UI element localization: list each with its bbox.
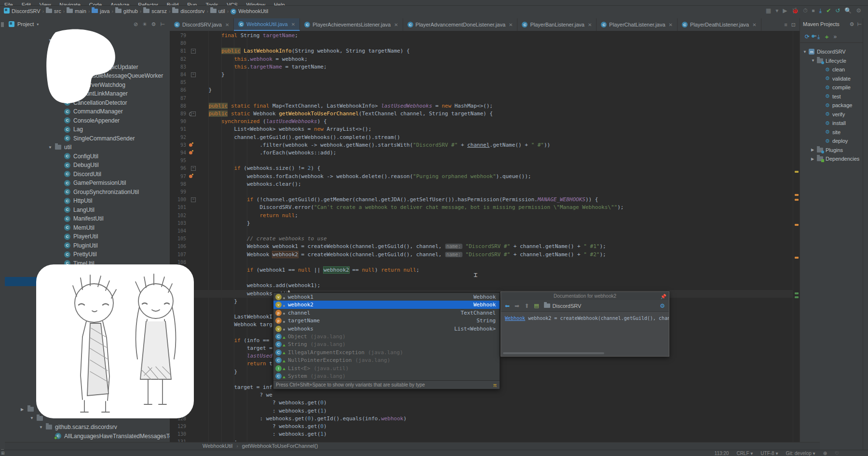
project-tree-item-PluginUtil[interactable]: CPluginUtil	[57, 241, 98, 250]
editor-code-line-89[interactable]: 89 public static Webhook getWebhookToUse…	[170, 110, 793, 118]
menu-refactor[interactable]: Refactor	[134, 1, 163, 6]
maven-tree-item-Dependencies[interactable]: ▶Dependencies	[811, 154, 859, 163]
tab-PlayerBanListener.java[interactable]: CPlayerBanListener.java✕	[517, 18, 597, 31]
completion-item-List[interactable]: IList<E> (java.util)	[273, 364, 500, 373]
back-icon[interactable]: ⬅	[505, 303, 510, 309]
breadcrumb-webhookutil[interactable]: CWebhookUtil	[231, 8, 268, 14]
project-tree-item-MemUtil[interactable]: CMemUtil	[57, 223, 95, 232]
hide-panel-icon[interactable]: ⊢	[857, 21, 862, 28]
vcs-revert-icon[interactable]: ↺	[835, 7, 840, 14]
editor-code-line-106[interactable]: 106 Webhook webhook1 = createWebhook(cha…	[170, 243, 793, 250]
maven-tree-item-Plugins[interactable]: ▶Plugins	[811, 146, 843, 154]
editor-code-line-99[interactable]: 99	[170, 188, 793, 196]
run-icon[interactable]: ▶	[783, 7, 787, 14]
gear-icon[interactable]: ⚙	[660, 303, 665, 309]
editor-code-line-97[interactable]: 97 webhooks.forEach(webhook -> webhook.d…	[170, 173, 793, 180]
project-tree-item-GamePermissionUtil[interactable]: CGamePermissionUtil	[57, 179, 126, 187]
editor-code-line-102[interactable]: 102 return null;	[170, 212, 793, 220]
editor-code-line-126[interactable]: 126 ? webhooks.get(0)	[170, 399, 793, 407]
maven-download-sources-icon[interactable]: ⤓	[817, 33, 820, 40]
hide-icon[interactable]: ⊢	[160, 21, 165, 28]
editor-code-line-111[interactable]: 111 webhooks.add(webhook1);	[170, 282, 793, 290]
editor-code-line-100[interactable]: 100 if (!channel.getGuild().getMember(ch…	[170, 196, 793, 204]
menu-edit[interactable]: Edit	[17, 1, 35, 6]
stripe-mark[interactable]	[795, 224, 799, 226]
fold-icon[interactable]: −	[191, 197, 196, 202]
close-tab-icon[interactable]: ✕	[394, 22, 398, 28]
menu-analyze[interactable]: Analyze	[106, 1, 134, 6]
editor-code-line-129[interactable]: 129 ? webhooks.get(0)	[170, 423, 793, 430]
edit-source-icon[interactable]: ▤	[534, 303, 539, 309]
editor-code-line-107[interactable]: 107 Webhook webhook2 = createWebhook(cha…	[170, 251, 793, 259]
editor-code-line-101[interactable]: 101 DiscordSRV.error("Can't create a web…	[170, 204, 793, 211]
asterisk-icon[interactable]: ✳	[142, 21, 147, 28]
breadcrumb-util[interactable]: util›	[210, 8, 229, 14]
editor-code-line-83[interactable]: 83 this.targetName = targetName;	[170, 63, 793, 71]
editor-code-line-82[interactable]: 82 this.webhook = webhook;	[170, 55, 793, 63]
project-tree-item-ConfigUtil[interactable]: CConfigUtil	[57, 152, 98, 161]
project-tree-item-github.scarsz.discordsrv[interactable]: ▼github.scarsz.discordsrv	[39, 423, 117, 431]
maven-add-icon[interactable]: ＋	[824, 33, 829, 41]
debug-icon[interactable]: 🐞	[791, 7, 799, 14]
maven-tree-item-DiscordSRV[interactable]: ▼mDiscordSRV	[803, 47, 846, 56]
editor-code-line-108[interactable]: 108	[170, 259, 793, 266]
editor-code-line-92[interactable]: 92 channel.getGuild().getWebhooks().comp…	[170, 134, 793, 141]
menu-tools[interactable]: Tools	[201, 1, 222, 6]
editor-code-line-125[interactable]: 125 ? we	[170, 391, 793, 399]
editor-code-line-104[interactable]: 104	[170, 227, 793, 235]
maven-tree-item-validate[interactable]: ⚙validate	[819, 74, 851, 83]
menu-window[interactable]: Window	[242, 1, 270, 6]
menu-help[interactable]: Help	[270, 1, 289, 6]
forward-icon[interactable]: ➡	[515, 303, 519, 309]
editor-code-line-96[interactable]: 96 if (webhooks.size() != 2) {−	[170, 165, 793, 172]
editor-code-line-127[interactable]: 127 : webhooks.get(1)	[170, 407, 793, 415]
project-tree-item-LangUtil[interactable]: CLangUtil	[57, 206, 95, 214]
editor-code-line-130[interactable]: 130 : webhooks.get(1)	[170, 430, 793, 438]
editor-code-line-84[interactable]: 84 }−	[170, 71, 793, 79]
up-icon[interactable]: ⬆	[524, 303, 529, 309]
tab-PlayerChatListener.java[interactable]: CPlayerChatListener.java✕	[597, 18, 678, 31]
editor-code-line-128[interactable]: 128 : webhooks.get(0).getId().equals(inf…	[170, 415, 793, 423]
fold-icon[interactable]: −	[191, 166, 196, 171]
stripe-mark[interactable]	[795, 257, 799, 259]
tab-PlayerAchievementsListener.java[interactable]: CPlayerAchievementsListener.java✕	[300, 18, 403, 31]
completion-item-String[interactable]: CString (java.lang)	[273, 340, 500, 348]
plus-icon[interactable]: ⊕	[823, 451, 827, 456]
completion-item-webhook1[interactable]: vwebhook1Webhook	[273, 293, 500, 301]
editor-code-line-85[interactable]: 85	[170, 79, 793, 86]
stripe-mark[interactable]	[795, 194, 799, 196]
project-toolwindow-button[interactable]	[1, 22, 4, 27]
maven-tree-item-install[interactable]: ⚙install	[819, 119, 846, 127]
breadcrumb-src[interactable]: src›	[46, 8, 65, 14]
status-encoding[interactable]: UTF-8 ▾	[760, 451, 778, 456]
heart-icon[interactable]: ♡	[835, 451, 839, 456]
close-tab-icon[interactable]: ✕	[509, 22, 513, 28]
editor-code-line-94[interactable]: 94 .forEach(webhooks::add);	[170, 149, 793, 157]
collapse-all-icon[interactable]: ⊘	[134, 21, 138, 28]
fold-icon[interactable]: −	[191, 49, 196, 54]
menu-file[interactable]: File	[0, 1, 17, 6]
editor-code-line-79[interactable]: 79 final String targetName;	[170, 32, 793, 40]
menu-code[interactable]: Code	[85, 1, 106, 6]
maven-tree-item-clean[interactable]: ⚙clean	[819, 65, 845, 74]
vcs-update-icon[interactable]: ⤓	[819, 7, 822, 14]
editor-code-line-93[interactable]: 93 .filter(webhook -> webhook.getName().…	[170, 141, 793, 149]
search-everywhere-icon[interactable]: 🔍	[844, 7, 852, 14]
breadcrumb-scarsz[interactable]: scarsz›	[143, 8, 170, 14]
project-tree-item-DebugUtil[interactable]: CDebugUtil	[57, 161, 99, 169]
menu-vcs[interactable]: VCS	[222, 1, 242, 6]
completion-item-targetName[interactable]: ptargetNameString	[273, 317, 500, 325]
tab-bar-icon[interactable]: ≡	[784, 22, 787, 28]
gutter-marker-icon[interactable]	[189, 143, 192, 147]
maven-tree-item-Lifecycle[interactable]: ▼Lifecycle	[811, 56, 846, 65]
stripe-mark[interactable]	[795, 199, 799, 201]
vcs-commit-icon[interactable]: ✔	[826, 7, 831, 14]
settings-icon[interactable]: ⚙	[151, 21, 156, 28]
completion-item-NullPointerException[interactable]: CNullPointerException (java.lang)	[273, 356, 500, 364]
completion-item-channel[interactable]: pchannelTextChannel	[273, 309, 500, 317]
project-tree-item-HttpUtil[interactable]: CHttpUtil	[57, 196, 92, 205]
tab-DiscordSRV.java[interactable]: CDiscordSRV.java✕	[170, 18, 234, 31]
maven-overflow-icon[interactable]: »	[833, 33, 837, 40]
status-git-branch[interactable]: Git: develop ▾	[786, 451, 815, 456]
project-tree-item-DiscordUtil[interactable]: CDiscordUtil	[57, 170, 101, 179]
